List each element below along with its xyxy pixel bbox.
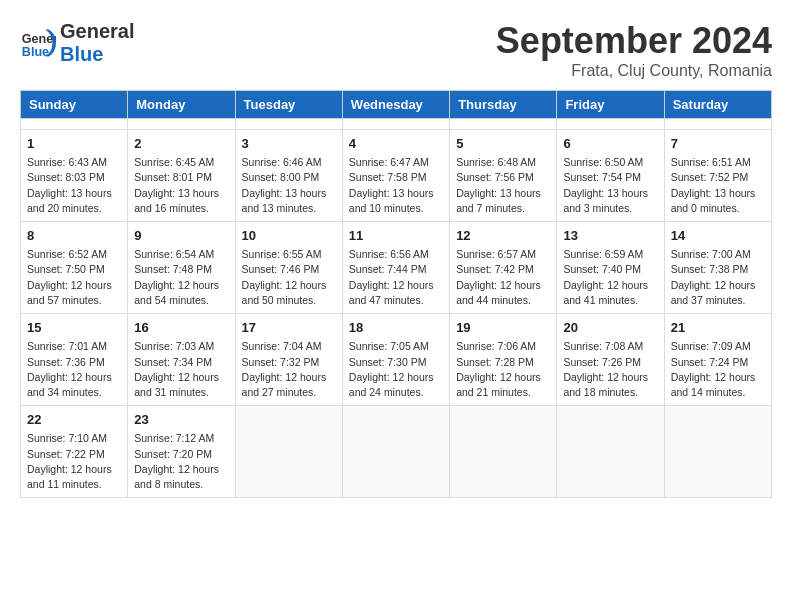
sunset-text: Sunset: 7:30 PM (349, 356, 427, 368)
table-row: 3 Sunrise: 6:46 AM Sunset: 8:00 PM Dayli… (235, 130, 342, 222)
daylight-text: Daylight: 12 hours and 14 minutes. (671, 371, 756, 398)
day-info: Sunrise: 7:06 AM Sunset: 7:28 PM Dayligh… (456, 339, 550, 400)
sunset-text: Sunset: 8:01 PM (134, 171, 212, 183)
calendar-week-row: 1 Sunrise: 6:43 AM Sunset: 8:03 PM Dayli… (21, 130, 772, 222)
weekday-header-row: Sunday Monday Tuesday Wednesday Thursday… (21, 91, 772, 119)
table-row (128, 119, 235, 130)
sunrise-text: Sunrise: 6:56 AM (349, 248, 429, 260)
day-number: 18 (349, 319, 443, 337)
sunrise-text: Sunrise: 7:03 AM (134, 340, 214, 352)
sunset-text: Sunset: 7:28 PM (456, 356, 534, 368)
sunset-text: Sunset: 7:42 PM (456, 263, 534, 275)
logo: General Blue General Blue (20, 20, 134, 66)
day-number: 19 (456, 319, 550, 337)
header-tuesday: Tuesday (235, 91, 342, 119)
sunset-text: Sunset: 7:36 PM (27, 356, 105, 368)
day-number: 4 (349, 135, 443, 153)
table-row: 1 Sunrise: 6:43 AM Sunset: 8:03 PM Dayli… (21, 130, 128, 222)
table-row (21, 119, 128, 130)
daylight-text: Daylight: 12 hours and 18 minutes. (563, 371, 648, 398)
day-info: Sunrise: 6:48 AM Sunset: 7:56 PM Dayligh… (456, 155, 550, 216)
sunset-text: Sunset: 7:20 PM (134, 448, 212, 460)
calendar-title: September 2024 (496, 20, 772, 62)
calendar-week-row (21, 119, 772, 130)
daylight-text: Daylight: 13 hours and 7 minutes. (456, 187, 541, 214)
sunrise-text: Sunrise: 7:12 AM (134, 432, 214, 444)
day-info: Sunrise: 7:10 AM Sunset: 7:22 PM Dayligh… (27, 431, 121, 492)
sunset-text: Sunset: 7:50 PM (27, 263, 105, 275)
day-info: Sunrise: 6:54 AM Sunset: 7:48 PM Dayligh… (134, 247, 228, 308)
sunrise-text: Sunrise: 6:50 AM (563, 156, 643, 168)
table-row: 5 Sunrise: 6:48 AM Sunset: 7:56 PM Dayli… (450, 130, 557, 222)
day-info: Sunrise: 7:00 AM Sunset: 7:38 PM Dayligh… (671, 247, 765, 308)
day-info: Sunrise: 6:47 AM Sunset: 7:58 PM Dayligh… (349, 155, 443, 216)
sunset-text: Sunset: 7:44 PM (349, 263, 427, 275)
sunset-text: Sunset: 7:54 PM (563, 171, 641, 183)
sunrise-text: Sunrise: 6:48 AM (456, 156, 536, 168)
day-number: 23 (134, 411, 228, 429)
calendar-week-row: 22 Sunrise: 7:10 AM Sunset: 7:22 PM Dayl… (21, 406, 772, 498)
table-row: 23 Sunrise: 7:12 AM Sunset: 7:20 PM Dayl… (128, 406, 235, 498)
sunrise-text: Sunrise: 7:00 AM (671, 248, 751, 260)
header-thursday: Thursday (450, 91, 557, 119)
sunset-text: Sunset: 8:03 PM (27, 171, 105, 183)
daylight-text: Daylight: 13 hours and 0 minutes. (671, 187, 756, 214)
table-row (342, 119, 449, 130)
day-number: 8 (27, 227, 121, 245)
table-row: 2 Sunrise: 6:45 AM Sunset: 8:01 PM Dayli… (128, 130, 235, 222)
daylight-text: Daylight: 12 hours and 47 minutes. (349, 279, 434, 306)
sunset-text: Sunset: 7:52 PM (671, 171, 749, 183)
sunrise-text: Sunrise: 7:10 AM (27, 432, 107, 444)
sunset-text: Sunset: 7:40 PM (563, 263, 641, 275)
day-number: 15 (27, 319, 121, 337)
table-row (450, 119, 557, 130)
sunrise-text: Sunrise: 6:47 AM (349, 156, 429, 168)
header-friday: Friday (557, 91, 664, 119)
page-container: General Blue General Blue September 2024… (20, 20, 772, 498)
day-info: Sunrise: 6:56 AM Sunset: 7:44 PM Dayligh… (349, 247, 443, 308)
table-row: 16 Sunrise: 7:03 AM Sunset: 7:34 PM Dayl… (128, 314, 235, 406)
sunrise-text: Sunrise: 6:57 AM (456, 248, 536, 260)
header-wednesday: Wednesday (342, 91, 449, 119)
day-number: 20 (563, 319, 657, 337)
daylight-text: Daylight: 12 hours and 31 minutes. (134, 371, 219, 398)
day-number: 1 (27, 135, 121, 153)
table-row: 8 Sunrise: 6:52 AM Sunset: 7:50 PM Dayli… (21, 222, 128, 314)
table-row: 21 Sunrise: 7:09 AM Sunset: 7:24 PM Dayl… (664, 314, 771, 406)
day-number: 22 (27, 411, 121, 429)
table-row (557, 406, 664, 498)
table-row: 10 Sunrise: 6:55 AM Sunset: 7:46 PM Dayl… (235, 222, 342, 314)
table-row: 15 Sunrise: 7:01 AM Sunset: 7:36 PM Dayl… (21, 314, 128, 406)
sunset-text: Sunset: 7:26 PM (563, 356, 641, 368)
daylight-text: Daylight: 12 hours and 27 minutes. (242, 371, 327, 398)
calendar-week-row: 15 Sunrise: 7:01 AM Sunset: 7:36 PM Dayl… (21, 314, 772, 406)
sunset-text: Sunset: 7:56 PM (456, 171, 534, 183)
day-number: 11 (349, 227, 443, 245)
logo-wordmark: General Blue (60, 20, 134, 66)
day-number: 17 (242, 319, 336, 337)
sunrise-text: Sunrise: 6:55 AM (242, 248, 322, 260)
title-block: September 2024 Frata, Cluj County, Roman… (496, 20, 772, 80)
day-info: Sunrise: 7:05 AM Sunset: 7:30 PM Dayligh… (349, 339, 443, 400)
sunset-text: Sunset: 7:24 PM (671, 356, 749, 368)
table-row: 4 Sunrise: 6:47 AM Sunset: 7:58 PM Dayli… (342, 130, 449, 222)
sunrise-text: Sunrise: 6:45 AM (134, 156, 214, 168)
sunrise-text: Sunrise: 7:05 AM (349, 340, 429, 352)
table-row (342, 406, 449, 498)
svg-text:Blue: Blue (22, 45, 49, 59)
day-number: 3 (242, 135, 336, 153)
day-number: 16 (134, 319, 228, 337)
sunrise-text: Sunrise: 6:46 AM (242, 156, 322, 168)
header-monday: Monday (128, 91, 235, 119)
table-row: 12 Sunrise: 6:57 AM Sunset: 7:42 PM Dayl… (450, 222, 557, 314)
day-info: Sunrise: 6:50 AM Sunset: 7:54 PM Dayligh… (563, 155, 657, 216)
sunset-text: Sunset: 7:38 PM (671, 263, 749, 275)
day-number: 9 (134, 227, 228, 245)
sunset-text: Sunset: 7:22 PM (27, 448, 105, 460)
day-info: Sunrise: 7:01 AM Sunset: 7:36 PM Dayligh… (27, 339, 121, 400)
day-info: Sunrise: 7:04 AM Sunset: 7:32 PM Dayligh… (242, 339, 336, 400)
logo-blue: Blue (60, 43, 103, 65)
table-row: 22 Sunrise: 7:10 AM Sunset: 7:22 PM Dayl… (21, 406, 128, 498)
sunrise-text: Sunrise: 7:06 AM (456, 340, 536, 352)
sunrise-text: Sunrise: 6:54 AM (134, 248, 214, 260)
